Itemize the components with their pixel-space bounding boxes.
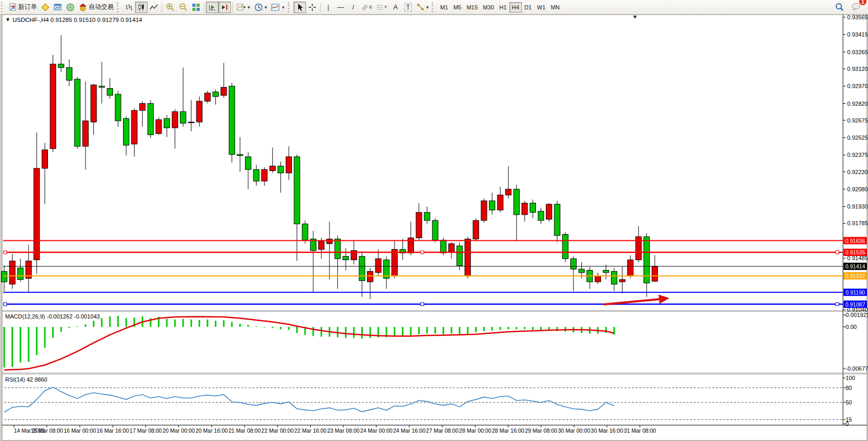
channel-letter: E [370,5,372,9]
toolbar-grip[interactable] [1,2,5,13]
svg-text:0.91190: 0.91190 [846,289,865,296]
search-button[interactable] [833,2,846,13]
svg-text:0.91785: 0.91785 [847,220,868,226]
new-chart-button[interactable] [39,2,52,13]
svg-text:16 Mar 16:00: 16 Mar 16:00 [96,427,129,434]
zoom-in-icon [166,3,175,11]
chevron-down-icon: ▾ [265,5,267,10]
svg-text:0.93265: 0.93265 [847,49,868,55]
trendline-icon: / [352,3,354,11]
toolbar: 新订单 自动交易 [0,0,868,15]
bar-chart-icon [125,3,133,11]
timeframe-d1[interactable]: D1 [522,2,534,13]
chat-bubble-icon [851,3,861,11]
svg-text:0.91930: 0.91930 [847,203,868,210]
crosshair-button[interactable] [306,2,319,13]
svg-text:0.91636: 0.91636 [846,238,865,244]
auto-scroll-icon [208,3,216,11]
svg-text:USDCHF-,H4 0.91285 0.91510 0.: USDCHF-,H4 0.91285 0.91510 0.91279 0.914… [13,17,142,23]
line-chart-icon [150,3,158,11]
vertical-line-button[interactable]: | [322,2,335,13]
timeframe-h4[interactable]: H4 [509,2,522,13]
svg-text:16 Mar 00:00: 16 Mar 00:00 [64,427,96,434]
svg-text:20 Mar 00:00: 20 Mar 00:00 [163,427,195,434]
timeframe-m1[interactable]: M1 [437,2,450,13]
svg-text:100: 100 [846,375,855,381]
timeframe-m15[interactable]: M15 [464,2,480,13]
svg-text:23 Mar 08:00: 23 Mar 08:00 [327,427,360,434]
svg-text:0.93415: 0.93415 [847,31,868,38]
auto-scroll-button[interactable] [206,2,218,13]
timeframe-m5[interactable]: M5 [451,2,464,13]
fibonacci-button[interactable]: F [374,2,389,13]
svg-text:21 Mar 08:00: 21 Mar 08:00 [228,427,261,434]
timeframe-m30[interactable]: M30 [480,2,496,13]
svg-text:28 Mar 16:00: 28 Mar 16:00 [492,427,524,434]
timeframe-h1[interactable]: H1 [497,2,509,13]
text-button[interactable]: A [389,2,402,13]
vertical-line-icon: | [327,3,329,11]
signals-button[interactable] [64,2,77,13]
svg-text:24 Mar 16:00: 24 Mar 16:00 [393,427,425,434]
equidistant-channel-button[interactable]: E [360,2,374,13]
toolbar-grip[interactable] [288,2,292,13]
candlestick-chart-button[interactable] [135,2,148,13]
timeframe-w1[interactable]: W1 [534,2,548,13]
arrows-button[interactable]: ▾ [414,2,431,13]
svg-text:0.00: 0.00 [846,324,857,330]
price-chart-canvas[interactable]: 0.935650.934150.932650.931200.929700.928… [0,15,868,441]
svg-text:0.001921: 0.001921 [846,312,868,318]
text-label-icon: T [405,3,412,11]
svg-text:0.91332: 0.91332 [846,273,865,279]
svg-text:22 Mar 00:00: 22 Mar 00:00 [261,427,294,434]
line-chart-button[interactable] [148,2,160,13]
horizontal-line-button[interactable]: — [335,2,347,13]
crosshair-icon [308,3,316,11]
svg-text:50: 50 [846,399,852,406]
auto-trading-button[interactable]: 自动交易 [77,2,116,13]
trendline-button[interactable]: / [347,2,360,13]
profiles-button[interactable] [52,2,64,13]
chart-shift-icon [221,3,229,11]
cursor-icon [296,3,303,11]
bar-chart-button[interactable] [123,2,135,13]
new-chart-icon [41,3,50,11]
candlestick-chart-icon [137,3,145,11]
indicators-icon [237,3,246,11]
tile-windows-button[interactable] [190,2,202,13]
svg-text:29 Mar 08:00: 29 Mar 08:00 [525,427,557,434]
auto-trading-label: 自动交易 [89,3,114,11]
templates-button[interactable]: ▾ [269,2,287,13]
chevron-down-icon: ▾ [282,5,285,10]
svg-text:0: 0 [846,421,849,427]
chevron-down-icon: ▾ [426,5,429,10]
periods-button[interactable]: ▾ [252,2,270,13]
tile-windows-icon [192,3,200,11]
toolbar-grip[interactable] [432,2,436,13]
zoom-in-button[interactable] [164,2,177,13]
cursor-button[interactable] [294,2,306,13]
svg-text:-0.006777: -0.006777 [846,365,868,372]
svg-text:0.92970: 0.92970 [847,83,868,89]
text-icon: A [393,3,398,11]
clock-icon [254,3,263,11]
profiles-icon [54,3,62,11]
signals-icon [66,3,75,11]
zoom-out-button[interactable] [177,2,190,13]
svg-text:0.92375: 0.92375 [847,152,868,158]
svg-text:RSI(14) 42.9860: RSI(14) 42.9860 [5,376,47,383]
text-label-button[interactable]: T [402,2,414,13]
indicators-button[interactable]: ▾ [235,2,252,13]
svg-text:24 Mar 00:00: 24 Mar 00:00 [360,427,393,434]
new-order-label: 新订单 [18,3,37,11]
toolbar-grip[interactable] [117,2,121,13]
svg-text:80: 80 [846,385,852,391]
autotrading-icon [79,3,87,11]
timeframe-mn[interactable]: MN [548,2,562,13]
new-order-button[interactable]: 新订单 [7,2,39,13]
svg-text:0.92820: 0.92820 [847,101,868,107]
svg-text:0.92230: 0.92230 [847,169,868,175]
chart-shift-button[interactable] [218,2,231,13]
channel-icon [362,4,368,11]
arrows-icon [417,3,424,11]
